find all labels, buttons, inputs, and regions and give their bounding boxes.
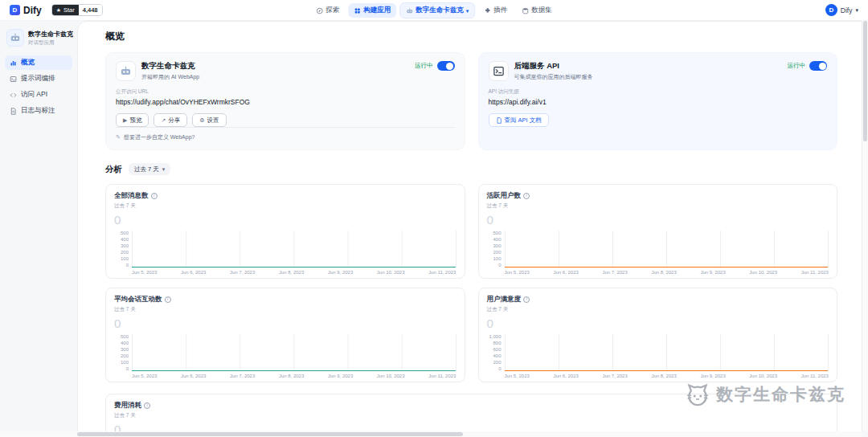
chart-baseline bbox=[132, 267, 456, 268]
status-running-label: 运行中 bbox=[788, 62, 806, 70]
chart-card-total-messages: 全部消息数 i 过去 7 天 0 500 400 300 200 100 0 bbox=[105, 184, 465, 279]
top-header: D Dify ★ Star 4,448 探索 构建应用 数字生命卡兹克 ▾ 插件 bbox=[0, 0, 868, 21]
settings-button[interactable]: ⚙ 设置 bbox=[192, 113, 226, 127]
nav-current-app-selector[interactable]: 数字生命卡兹克 ▾ bbox=[399, 2, 475, 18]
y-tick: 300 bbox=[493, 243, 501, 248]
x-tick: Jun 11, 2023 bbox=[801, 374, 829, 378]
vertical-scrollbar-thumb[interactable] bbox=[863, 21, 867, 141]
charts-row-1: 全部消息数 i 过去 7 天 0 500 400 300 200 100 0 bbox=[105, 184, 837, 279]
robot-icon bbox=[116, 61, 136, 81]
horizontal-scrollbar-thumb[interactable] bbox=[77, 432, 463, 436]
webapp-card-header: 数字生命卡兹克 开箱即用的 AI WebApp 运行中 bbox=[116, 61, 455, 81]
nav-build-apps[interactable]: 构建应用 bbox=[348, 3, 396, 18]
y-tick: 600 bbox=[493, 347, 501, 352]
x-tick: Jun 8, 2023 bbox=[279, 270, 304, 275]
x-axis: Jun 5, 2023 Jun 6, 2023 Jun 7, 2023 Jun … bbox=[114, 374, 457, 378]
sidebar-item-label: 访问 API bbox=[21, 90, 47, 100]
chart-card-active-users: 活跃用户数 i 过去 7 天 0 500 400 300 200 100 0 bbox=[478, 184, 838, 279]
plot-area bbox=[132, 231, 457, 268]
chart-period: 过去 7 天 bbox=[487, 306, 829, 313]
y-tick: 0 bbox=[498, 263, 501, 268]
y-tick: 300 bbox=[121, 347, 129, 352]
chart-value: 0 bbox=[114, 214, 457, 226]
period-selector[interactable]: 过去 7 天 ▾ bbox=[129, 163, 170, 175]
chart-period: 过去 7 天 bbox=[487, 202, 829, 210]
x-tick: Jun 8, 2023 bbox=[651, 374, 676, 378]
webapp-title: 数字生命卡兹克 bbox=[141, 61, 415, 71]
nav-datasets[interactable]: 数据集 bbox=[516, 3, 558, 18]
dify-logo-icon: D bbox=[10, 5, 20, 15]
x-axis: Jun 5, 2023 Jun 6, 2023 Jun 7, 2023 Jun … bbox=[114, 270, 457, 275]
sidebar-item-overview[interactable]: 概览 bbox=[5, 55, 72, 70]
plot-area bbox=[505, 231, 829, 268]
app-sidebar: 数字生命卡兹克 对话型应用 概览 提示词编排 访问 API 日志与标注 bbox=[0, 21, 77, 437]
analysis-title: 分析 bbox=[105, 164, 122, 175]
sidebar-item-logs-annotations[interactable]: 日志与标注 bbox=[5, 104, 72, 118]
y-tick: 500 bbox=[493, 231, 501, 235]
y-tick: 0 bbox=[498, 366, 501, 371]
sidebar-app-info: 数字生命卡兹克 对话型应用 bbox=[5, 28, 72, 47]
share-button-label: 分享 bbox=[168, 116, 180, 125]
api-doc-button-label: 查阅 API 文档 bbox=[505, 116, 542, 125]
y-tick: 500 bbox=[121, 334, 129, 339]
chart-value: 0 bbox=[487, 317, 829, 329]
y-tick: 200 bbox=[493, 250, 501, 255]
share-button[interactable]: ↗ 分享 bbox=[154, 113, 187, 127]
chevron-down-icon: ▾ bbox=[855, 7, 858, 13]
backend-api-card: 后端服务 API 可集成至你的应用的后端即服务 运行中 API 访问凭据 htt… bbox=[478, 52, 838, 150]
y-tick: 200 bbox=[121, 353, 129, 358]
info-icon[interactable]: i bbox=[144, 402, 150, 409]
chart-baseline bbox=[132, 370, 456, 372]
chart-baseline bbox=[505, 267, 829, 268]
horizontal-scrollbar-track[interactable] bbox=[0, 431, 862, 437]
webapp-card: 数字生命卡兹克 开箱即用的 AI WebApp 运行中 公开访问 URL htt… bbox=[105, 52, 465, 150]
info-icon[interactable]: i bbox=[523, 193, 530, 199]
y-tick: 400 bbox=[493, 237, 501, 242]
sidebar-item-api-access[interactable]: 访问 API bbox=[5, 88, 72, 102]
info-icon[interactable]: i bbox=[151, 193, 158, 199]
x-tick: Jun 5, 2023 bbox=[132, 374, 157, 378]
chart-title: 全部消息数 bbox=[114, 191, 149, 201]
api-card-titles: 后端服务 API 可集成至你的应用的后端即服务 bbox=[514, 61, 788, 81]
app-robot-icon bbox=[6, 29, 24, 47]
preview-button-label: 预览 bbox=[129, 116, 141, 125]
puzzle-icon bbox=[484, 7, 491, 14]
info-icon[interactable]: i bbox=[523, 296, 530, 303]
chart-title: 用户满意度 bbox=[487, 295, 522, 304]
top-nav: 探索 构建应用 数字生命卡兹克 ▾ 插件 数据集 bbox=[310, 0, 558, 21]
api-running-toggle[interactable] bbox=[809, 61, 827, 71]
webapp-running-toggle[interactable] bbox=[437, 61, 455, 71]
github-star-button[interactable]: ★ Star bbox=[52, 5, 79, 15]
dify-logo[interactable]: D Dify bbox=[10, 5, 42, 16]
vertical-scrollbar-track[interactable] bbox=[862, 21, 868, 431]
status-running-label: 运行中 bbox=[415, 62, 433, 70]
api-card-header: 后端服务 API 可集成至你的应用的后端即服务 运行中 bbox=[489, 61, 828, 81]
preview-button[interactable]: ▶ 预览 bbox=[116, 113, 149, 127]
page-title: 概览 bbox=[105, 30, 837, 43]
grid-icon bbox=[354, 7, 361, 14]
chart-plot: 500 400 300 200 100 0 bbox=[114, 334, 457, 371]
code-icon bbox=[10, 92, 17, 99]
y-tick: 400 bbox=[493, 353, 501, 358]
webapp-public-url: https://udify.app/chat/OvYHEFxWrmkrSFOG bbox=[116, 98, 455, 106]
nav-plugins[interactable]: 插件 bbox=[478, 3, 513, 18]
nav-explore[interactable]: 探索 bbox=[310, 3, 345, 18]
api-status: 运行中 bbox=[788, 61, 828, 71]
chart-period: 过去 7 天 bbox=[114, 306, 457, 313]
chart-period: 过去 7 天 bbox=[114, 412, 829, 419]
service-cards: 数字生命卡兹克 开箱即用的 AI WebApp 运行中 公开访问 URL htt… bbox=[105, 52, 837, 150]
x-tick: Jun 6, 2023 bbox=[181, 374, 206, 378]
x-axis: Jun 5, 2023 Jun 6, 2023 Jun 7, 2023 Jun … bbox=[487, 374, 829, 378]
chart-baseline bbox=[505, 370, 829, 372]
api-card-subtitle: 可集成至你的应用的后端即服务 bbox=[514, 73, 788, 81]
x-tick: Jun 11, 2023 bbox=[801, 270, 829, 275]
github-star-widget[interactable]: ★ Star 4,448 bbox=[51, 4, 103, 16]
y-axis: 1,000 800 600 400 200 0 bbox=[487, 334, 505, 371]
x-tick: Jun 8, 2023 bbox=[279, 374, 304, 378]
account-menu[interactable]: D Dify ▾ bbox=[825, 4, 858, 16]
webapp-url-label: 公开访问 URL bbox=[116, 88, 455, 96]
info-icon[interactable]: i bbox=[165, 296, 171, 303]
sidebar-item-prompt-orchestration[interactable]: 提示词编排 bbox=[5, 71, 72, 86]
api-doc-button[interactable]: 查阅 API 文档 bbox=[489, 113, 549, 127]
webapp-customize-tip[interactable]: ✎ 想要进一步自定义 WebApp? bbox=[116, 127, 455, 141]
